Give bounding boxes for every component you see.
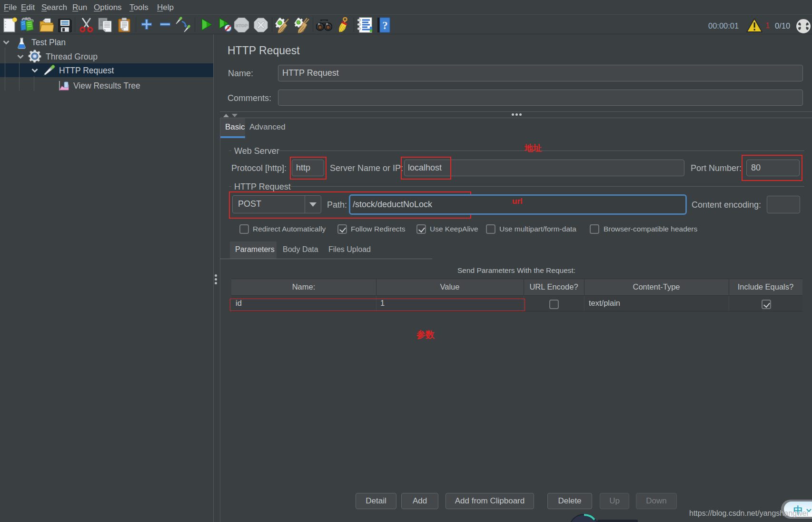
svg-text:STOP: STOP — [236, 23, 248, 28]
svg-text:?: ? — [382, 20, 388, 31]
